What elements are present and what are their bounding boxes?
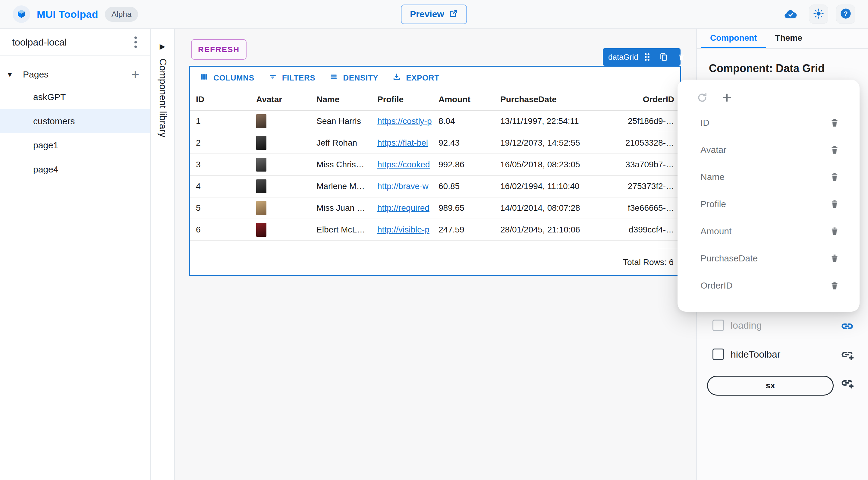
delete-column-icon[interactable] — [830, 118, 840, 128]
brand: MUI Toolpad Alpha — [13, 5, 138, 23]
cell-purchasedate: 19/12/2073, 14:52:55 — [494, 138, 625, 148]
table-row[interactable]: 5 Miss Juan … http://required 989.65 14/… — [190, 198, 680, 219]
column-item-label: OrderID — [701, 280, 733, 291]
column-item-label: Amount — [701, 226, 732, 236]
profile-link[interactable]: https://flat-bel — [377, 138, 428, 147]
cell-avatar — [250, 201, 310, 215]
svg-text:?: ? — [844, 10, 847, 18]
col-header-name[interactable]: Name — [310, 95, 371, 104]
prop-loading: loading — [712, 320, 762, 331]
refresh-button[interactable]: REFRESH — [191, 39, 247, 60]
cell-purchasedate: 16/05/2018, 08:23:05 — [494, 160, 625, 170]
help-icon: ? — [839, 7, 852, 21]
data-grid[interactable]: COLUMNS FILTERS DENSITY EXPORT — [189, 66, 681, 276]
sidebar-item-page4[interactable]: page4 — [0, 157, 150, 181]
sidebar-item-page1[interactable]: page1 — [0, 133, 150, 157]
cell-orderid: 21053328-… — [625, 138, 680, 148]
refresh-columns-icon[interactable] — [696, 92, 708, 104]
hidetoolbar-checkbox[interactable] — [712, 349, 724, 360]
add-column-icon[interactable] — [721, 92, 733, 104]
cell-name: Sean Harris — [310, 116, 371, 126]
topbar: MUI Toolpad Alpha Preview — [0, 0, 868, 29]
hidetoolbar-add-binding-icon[interactable] — [840, 349, 854, 362]
list-item[interactable]: OrderID — [678, 272, 860, 299]
list-item[interactable]: PurchaseDate — [678, 245, 860, 272]
grid-density-button[interactable]: DENSITY — [324, 69, 383, 87]
delete-column-icon[interactable] — [830, 199, 840, 209]
column-item-label: Profile — [701, 199, 726, 209]
col-header-avatar[interactable]: Avatar — [250, 95, 310, 104]
sidebar-item-customers[interactable]: customers — [0, 109, 150, 133]
col-header-amount[interactable]: Amount — [433, 95, 494, 104]
cell-avatar — [250, 158, 310, 172]
list-item[interactable]: Amount — [678, 218, 860, 245]
expand-arrow-icon[interactable]: ▶ — [159, 42, 166, 51]
preview-button[interactable]: Preview — [401, 4, 467, 24]
sidebar-item-askgpt[interactable]: askGPT — [0, 85, 150, 109]
table-row[interactable]: 2 Jeff Rohan https://flat-bel 92.43 19/1… — [190, 132, 680, 154]
grid-footer: Total Rows: 6 — [190, 249, 680, 275]
cell-amount: 247.59 — [433, 225, 494, 235]
cell-purchasedate: 13/11/1997, 22:54:11 — [494, 116, 625, 126]
page-item-label: customers — [33, 116, 75, 126]
cell-name: Marlene M… — [310, 181, 371, 191]
loading-checkbox[interactable] — [712, 320, 724, 331]
avatar — [256, 201, 267, 215]
add-page-button[interactable]: + — [129, 67, 141, 82]
table-row[interactable]: 3 Miss Chris… https://cooked 992.86 16/0… — [190, 154, 680, 176]
grid-export-button[interactable]: EXPORT — [387, 69, 444, 87]
avatar — [256, 179, 267, 193]
tab-theme[interactable]: Theme — [766, 29, 811, 48]
cell-name: Miss Juan … — [310, 203, 371, 213]
avatar — [256, 223, 267, 237]
sx-button[interactable]: sx — [707, 376, 834, 396]
list-item[interactable]: Avatar — [678, 136, 860, 163]
profile-link[interactable]: http://brave-w — [377, 181, 429, 191]
column-item-label: ID — [701, 118, 710, 128]
preview-label: Preview — [410, 9, 444, 19]
delete-icon[interactable] — [677, 53, 686, 61]
prop-hidetoolbar: hideToolbar — [712, 349, 780, 360]
loading-bind-link-icon[interactable] — [840, 320, 854, 333]
cell-profile: https://flat-bel — [371, 138, 433, 148]
toolpad-app: MUI Toolpad Alpha Preview — [0, 0, 868, 480]
sx-add-binding-icon[interactable] — [840, 378, 854, 391]
list-item[interactable]: Name — [678, 163, 860, 190]
profile-link[interactable]: http://required — [377, 203, 430, 213]
help-button[interactable]: ? — [836, 4, 855, 24]
tab-component[interactable]: Component — [701, 29, 766, 48]
cell-orderid: 275373f2-… — [625, 181, 680, 191]
chevron-down-icon[interactable]: ▾ — [8, 70, 20, 79]
col-header-profile[interactable]: Profile — [371, 95, 433, 104]
cell-avatar — [250, 136, 310, 150]
profile-link[interactable]: https://costly-p — [377, 116, 432, 126]
delete-column-icon[interactable] — [830, 280, 840, 291]
delete-column-icon[interactable] — [830, 172, 840, 182]
delete-column-icon[interactable] — [830, 226, 840, 236]
list-item[interactable]: ID — [678, 109, 860, 136]
table-row[interactable]: 6 Elbert McL… http://visible-p 247.59 28… — [190, 219, 680, 241]
cell-orderid: 33a709b7-… — [625, 160, 680, 170]
download-icon — [392, 72, 401, 84]
cell-name: Miss Chris… — [310, 160, 371, 170]
table-row[interactable]: 4 Marlene M… http://brave-w 60.85 16/02/… — [190, 176, 680, 198]
columns-list: ID Avatar Name Profile Amount PurchaseDa… — [678, 109, 860, 299]
profile-link[interactable]: https://cooked — [377, 160, 430, 169]
col-header-id[interactable]: ID — [190, 95, 250, 104]
col-header-purchasedate[interactable]: PurchaseDate — [494, 95, 625, 104]
profile-link[interactable]: http://visible-p — [377, 225, 430, 234]
component-library-strip[interactable]: ▶ Component library — [151, 29, 175, 480]
grid-columns-button[interactable]: COLUMNS — [195, 69, 259, 87]
list-item[interactable]: Profile — [678, 190, 860, 218]
columns-editor-popover: ID Avatar Name Profile Amount PurchaseDa… — [678, 80, 860, 312]
delete-column-icon[interactable] — [830, 253, 840, 264]
table-row[interactable]: 1 Sean Harris https://costly-p 8.04 13/1… — [190, 111, 680, 132]
col-header-orderid[interactable]: OrderID — [625, 95, 680, 104]
delete-column-icon[interactable] — [830, 145, 840, 155]
project-menu-button[interactable] — [131, 33, 140, 51]
cloud-sync-icon[interactable] — [780, 4, 801, 24]
grid-filters-button[interactable]: FILTERS — [264, 69, 320, 87]
duplicate-icon[interactable] — [659, 52, 669, 62]
drag-handle-icon[interactable] — [643, 53, 651, 61]
theme-mode-button[interactable] — [809, 4, 828, 24]
